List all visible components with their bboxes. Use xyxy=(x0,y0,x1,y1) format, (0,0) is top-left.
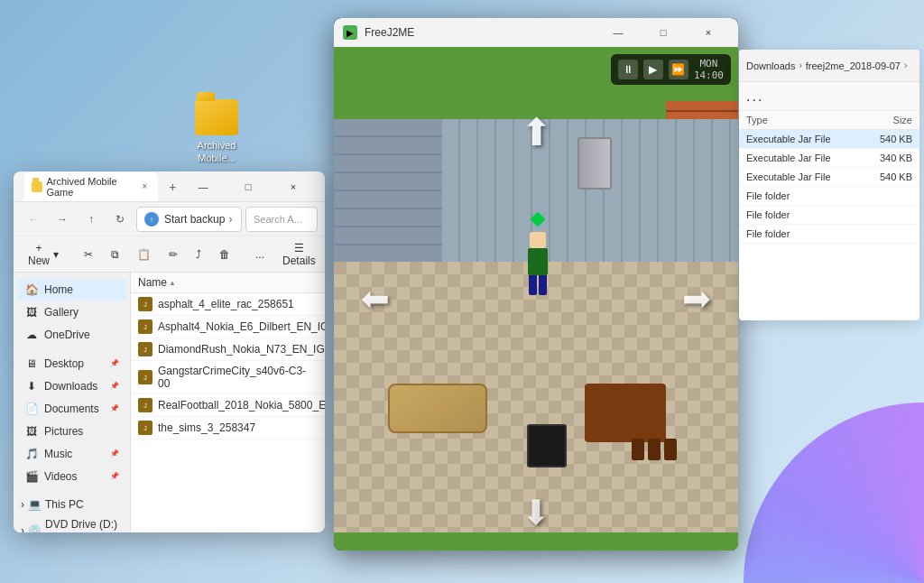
expand-icon: › xyxy=(21,498,24,511)
sidebar-expand-dvd[interactable]: › 💿 DVD Drive (D:) CCC xyxy=(14,515,130,532)
arrow-down[interactable]: ⬇ xyxy=(522,493,550,532)
pin-icon-dl: 📌 xyxy=(110,382,119,391)
sidebar-item-music[interactable]: 🎵 Music 📌 xyxy=(17,443,126,465)
explorer-body: 🏠 Home 🖼 Gallery ☁ OneDrive 🖥 Desktop 📌 xyxy=(14,273,325,532)
explorer-tab[interactable]: Archived Mobile Game × xyxy=(24,172,158,201)
freej2me-window: ▶ FreeJ2ME — □ × xyxy=(334,18,738,551)
share-button[interactable]: ⤴ xyxy=(189,241,208,268)
jar-icon-4: J xyxy=(138,370,152,384)
breadcrumb-chevron-1: › xyxy=(799,60,801,70)
row1-type: Executable Jar File xyxy=(746,134,880,144)
fast-forward-button[interactable]: ⏩ xyxy=(669,60,688,79)
sidebar-item-pictures[interactable]: 🖼 Pictures xyxy=(17,421,126,442)
paste-button[interactable]: 📋 xyxy=(130,241,158,268)
sidebar-item-downloads[interactable]: ⬇ Downloads 📌 xyxy=(17,375,126,397)
sidebar-pictures-label: Pictures xyxy=(44,425,119,438)
freej2me-titlebar: ▶ FreeJ2ME — □ × xyxy=(334,18,738,47)
back-button[interactable]: ← xyxy=(21,207,46,232)
freej2me-minimize-button[interactable]: — xyxy=(597,19,639,46)
row3-type: Executable Jar File xyxy=(746,171,880,182)
details-row-2[interactable]: Executable Jar File 340 KB xyxy=(739,149,919,168)
sidebar-desktop-label: Desktop xyxy=(44,357,105,370)
file-row[interactable]: J RealFootball_2018_Nokia_5800_EN_IGP_E.… xyxy=(131,394,325,417)
freej2me-title: FreeJ2ME xyxy=(365,26,590,39)
char-body xyxy=(528,248,548,275)
file-name-4: GangstarCrimeCity_s40v6-C3-00 xyxy=(158,365,318,390)
sidebar-expand-thispc[interactable]: › 💻 This PC xyxy=(14,495,130,514)
file-row[interactable]: J DiamondRush_Nokia_N73_EN_IGP_100 xyxy=(131,338,325,361)
col-type-label: Type xyxy=(746,115,893,125)
desktop-icon-si: 🖥 xyxy=(24,356,39,371)
tab-close-button[interactable]: × xyxy=(139,180,150,193)
arrow-left[interactable]: ⬅ xyxy=(361,279,390,319)
sidebar-item-desktop[interactable]: 🖥 Desktop 📌 xyxy=(17,353,126,375)
sidebar-documents-label: Documents xyxy=(44,403,105,415)
thispc-icon: 💻 xyxy=(28,498,42,511)
details-row-4[interactable]: File folder xyxy=(739,187,919,206)
sidebar-item-gallery[interactable]: 🖼 Gallery xyxy=(17,301,126,323)
up-button[interactable]: ↑ xyxy=(79,207,104,232)
char-leg-left xyxy=(529,275,537,295)
arrow-right[interactable]: ➡ xyxy=(682,279,711,319)
explorer-window: Archived Mobile Game × + — □ × ← → ↑ ↻ ↑… xyxy=(14,171,325,532)
row2-type: Executable Jar File xyxy=(746,153,880,163)
desktop-icon-archived-game[interactable]: Archived Mobile... xyxy=(180,99,253,165)
backup-icon: ↑ xyxy=(144,212,159,227)
details-button[interactable]: ☰ Details xyxy=(275,241,323,268)
details-row-6[interactable]: File folder xyxy=(739,225,919,244)
more-button[interactable]: ... xyxy=(248,241,272,268)
copy-button[interactable]: ⧉ xyxy=(104,241,126,268)
rename-button[interactable]: ✏ xyxy=(162,241,185,268)
sidebar-item-onedrive[interactable]: ☁ OneDrive xyxy=(17,324,126,346)
folder-icon xyxy=(195,99,238,135)
sidebar-item-videos[interactable]: 🎬 Videos 📌 xyxy=(17,466,126,487)
sidebar-item-home[interactable]: 🏠 Home xyxy=(17,279,126,301)
new-button[interactable]: + New ▾ xyxy=(21,241,66,268)
search-box[interactable]: Search A... xyxy=(245,207,318,232)
freej2me-app-icon: ▶ xyxy=(343,25,357,40)
refresh-button[interactable]: ↻ xyxy=(107,207,133,232)
row1-size: 540 KB xyxy=(880,134,912,144)
row5-type: File folder xyxy=(746,209,912,220)
sidebar-item-documents[interactable]: 📄 Documents 📌 xyxy=(17,398,126,420)
file-row[interactable]: J Asphalt4_Nokia_E6_Dilbert_EN_IGP_EU_T.… xyxy=(131,316,325,338)
search-placeholder: Search A... xyxy=(254,214,302,225)
cut-button[interactable]: ✂ xyxy=(77,241,100,268)
game-clock: 14:00 xyxy=(694,69,724,81)
breadcrumb-folder: freej2me_2018-09-07 xyxy=(806,60,901,71)
new-tab-button[interactable]: + xyxy=(163,176,182,198)
play-button[interactable]: ▶ xyxy=(643,60,663,79)
arrow-up[interactable]: ⬆ xyxy=(521,110,552,154)
maximize-button[interactable]: □ xyxy=(227,173,269,200)
pin-icon-doc: 📌 xyxy=(110,404,119,413)
freej2me-game: ⏸ ▶ ⏩ MON 14:00 ⬆ ⬇ ⬅ ➡ xyxy=(334,47,738,551)
sidebar-downloads-label: Downloads xyxy=(44,380,105,393)
file-row[interactable]: J asphalt_4_elite_rac_258651 xyxy=(131,293,325,316)
game-time: MON 14:00 xyxy=(694,58,724,81)
sidebar-home-label: Home xyxy=(44,283,119,296)
delete-button[interactable]: 🗑 xyxy=(212,241,237,268)
file-row[interactable]: J GangstarCrimeCity_s40v6-C3-00 xyxy=(131,361,325,394)
close-button[interactable]: × xyxy=(273,173,314,200)
address-bar[interactable]: ↑ Start backup › xyxy=(136,207,242,232)
window-controls: — □ × xyxy=(182,173,314,200)
details-row-1[interactable]: Executable Jar File 540 KB xyxy=(739,130,919,149)
furniture-tv xyxy=(527,424,567,467)
row3-size: 540 KB xyxy=(880,171,912,182)
game-canvas: ⏸ ▶ ⏩ MON 14:00 ⬆ ⬇ ⬅ ➡ xyxy=(334,47,738,551)
details-more[interactable]: ... xyxy=(739,82,919,111)
gallery-icon: 🖼 xyxy=(24,305,39,319)
forward-button[interactable]: → xyxy=(50,207,75,232)
new-label: + New xyxy=(28,242,50,267)
freej2me-close-button[interactable]: × xyxy=(688,19,729,46)
jar-icon-3: J xyxy=(138,342,152,356)
minimize-button[interactable]: — xyxy=(182,173,224,200)
pause-button[interactable]: ⏸ xyxy=(618,60,638,79)
freej2me-maximize-button[interactable]: □ xyxy=(642,19,684,46)
pin-icon: 📌 xyxy=(110,359,119,368)
details-row-3[interactable]: Executable Jar File 540 KB xyxy=(739,168,919,187)
sidebar-music-label: Music xyxy=(44,448,105,460)
file-row[interactable]: J the_sims_3_258347 xyxy=(131,417,325,440)
sidebar-gallery-label: Gallery xyxy=(44,306,119,319)
details-row-5[interactable]: File folder xyxy=(739,206,919,225)
